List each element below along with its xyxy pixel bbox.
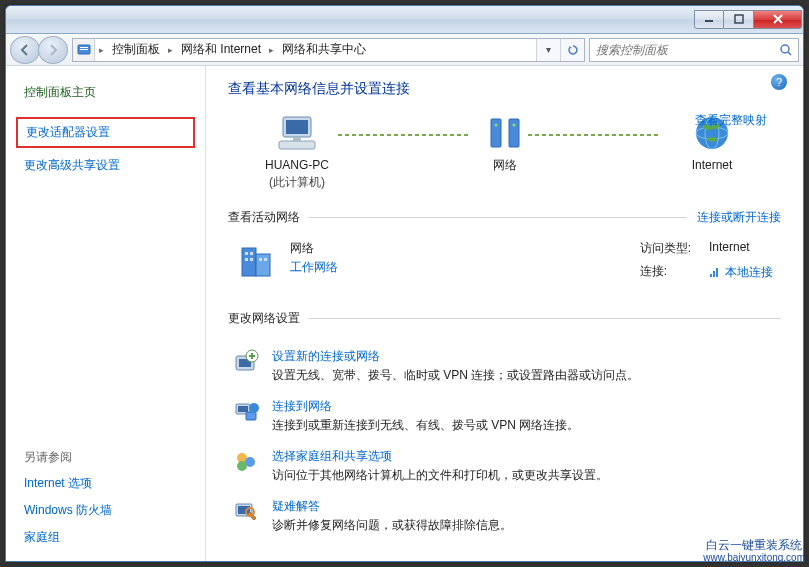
svg-line-6 <box>788 52 791 55</box>
control-panel-home-link[interactable]: 控制面板主页 <box>6 80 205 113</box>
svg-rect-19 <box>256 254 270 276</box>
search-box[interactable] <box>589 38 799 62</box>
svg-rect-33 <box>238 406 248 412</box>
search-icon[interactable] <box>772 39 798 61</box>
sidebar: 控制面板主页 更改适配器设置 更改高级共享设置 另请参阅 Internet 选项… <box>6 66 206 561</box>
navigation-bar: ▸ 控制面板 ▸ 网络和 Internet ▸ 网络和共享中心 ▾ <box>6 34 803 66</box>
computer-name-label: HUANG-PC <box>242 158 352 174</box>
svg-rect-26 <box>710 274 712 277</box>
svg-rect-20 <box>245 252 248 255</box>
svg-rect-12 <box>509 119 519 147</box>
help-icon[interactable]: ? <box>771 74 787 90</box>
chevron-icon[interactable]: ▸ <box>164 45 177 55</box>
svg-point-35 <box>249 403 259 413</box>
minimize-button[interactable] <box>694 10 724 29</box>
titlebar <box>6 6 803 34</box>
breadcrumb: ▸ 控制面板 ▸ 网络和 Internet ▸ 网络和共享中心 <box>95 39 536 61</box>
access-type-value: Internet <box>709 240 773 259</box>
task-item: 选择家庭组和共享选项访问位于其他网络计算机上的文件和打印机，或更改共享设置。 <box>228 441 781 491</box>
homegroup-link[interactable]: 家庭组 <box>6 524 205 551</box>
connections-label: 连接: <box>640 263 691 282</box>
windows-firewall-link[interactable]: Windows 防火墙 <box>6 497 205 524</box>
this-computer-node: HUANG-PC (此计算机) <box>242 112 352 191</box>
new-connection-icon <box>232 348 260 376</box>
connection-line <box>528 134 658 136</box>
svg-rect-22 <box>245 258 248 261</box>
svg-rect-11 <box>491 119 501 147</box>
svg-rect-24 <box>259 258 262 261</box>
change-adapter-settings-link[interactable]: 更改适配器设置 <box>16 117 195 148</box>
setup-new-connection-link[interactable]: 设置新的连接或网络 <box>272 348 639 365</box>
network-icon <box>450 112 560 154</box>
change-advanced-sharing-link[interactable]: 更改高级共享设置 <box>6 152 205 179</box>
view-full-map-link[interactable]: 查看完整映射 <box>695 112 767 129</box>
svg-point-13 <box>494 124 497 127</box>
svg-rect-3 <box>80 47 88 48</box>
svg-rect-4 <box>80 49 88 50</box>
chevron-icon[interactable]: ▸ <box>95 45 108 55</box>
task-description: 访问位于其他网络计算机上的文件和打印机，或更改共享设置。 <box>272 467 608 484</box>
local-connection-link[interactable]: 本地连接 <box>709 263 773 282</box>
svg-rect-27 <box>713 271 715 277</box>
svg-point-14 <box>512 124 515 127</box>
svg-rect-18 <box>242 248 256 276</box>
signal-icon <box>709 266 721 278</box>
breadcrumb-network-internet[interactable]: 网络和 Internet <box>177 39 265 61</box>
window-controls <box>694 11 802 29</box>
breadcrumb-sharing-center[interactable]: 网络和共享中心 <box>278 39 370 61</box>
internet-label: Internet <box>657 158 767 174</box>
search-input[interactable] <box>590 43 772 57</box>
network-label: 网络 <box>450 158 560 174</box>
change-network-settings-heading: 更改网络设置 <box>228 310 781 331</box>
main-panel: ? 查看基本网络信息并设置连接 查看完整映射 HUANG-PC (此计算机) <box>206 66 803 561</box>
connect-network-icon <box>232 398 260 426</box>
svg-rect-28 <box>716 268 718 277</box>
svg-rect-21 <box>250 252 253 255</box>
svg-rect-23 <box>250 258 253 261</box>
breadcrumb-control-panel[interactable]: 控制面板 <box>108 39 164 61</box>
troubleshoot-link[interactable]: 疑难解答 <box>272 498 512 515</box>
computer-icon <box>242 112 352 154</box>
active-network-name: 网络 <box>290 240 338 257</box>
page-title: 查看基本网络信息并设置连接 <box>228 80 781 98</box>
window: ▸ 控制面板 ▸ 网络和 Internet ▸ 网络和共享中心 ▾ 控制面板主页… <box>5 5 804 562</box>
forward-button[interactable] <box>38 36 68 64</box>
address-bar[interactable]: ▸ 控制面板 ▸ 网络和 Internet ▸ 网络和共享中心 ▾ <box>72 38 585 62</box>
svg-rect-8 <box>286 120 308 134</box>
refresh-button[interactable] <box>560 39 584 61</box>
task-item: 疑难解答诊断并修复网络问题，或获得故障排除信息。 <box>228 491 781 541</box>
svg-rect-34 <box>246 412 256 420</box>
maximize-button[interactable] <box>724 10 754 29</box>
connection-line <box>338 134 468 136</box>
network-building-icon <box>236 240 278 282</box>
active-network-row: 网络 工作网络 访问类型: Internet 连接: 本地连接 <box>228 230 781 292</box>
svg-point-38 <box>237 461 247 471</box>
svg-rect-10 <box>293 137 301 141</box>
connect-disconnect-link[interactable]: 连接或断开连接 <box>687 209 781 226</box>
chevron-icon[interactable]: ▸ <box>265 45 278 55</box>
homegroup-sharing-icon <box>232 448 260 476</box>
task-description: 设置无线、宽带、拨号、临时或 VPN 连接；或设置路由器或访问点。 <box>272 367 639 384</box>
network-type-link[interactable]: 工作网络 <box>290 259 338 276</box>
task-description: 连接到或重新连接到无线、有线、拨号或 VPN 网络连接。 <box>272 417 579 434</box>
connect-to-network-link[interactable]: 连接到网络 <box>272 398 579 415</box>
control-panel-icon <box>73 39 95 61</box>
svg-rect-9 <box>279 141 315 149</box>
task-description: 诊断并修复网络问题，或获得故障排除信息。 <box>272 517 512 534</box>
internet-options-link[interactable]: Internet 选项 <box>6 470 205 497</box>
close-button[interactable] <box>754 10 802 29</box>
back-button[interactable] <box>10 36 40 64</box>
network-node: 网络 <box>450 112 560 174</box>
task-list: 设置新的连接或网络设置无线、宽带、拨号、临时或 VPN 连接；或设置路由器或访问… <box>228 341 781 541</box>
network-map: 查看完整映射 HUANG-PC (此计算机) 网络 <box>228 112 781 191</box>
task-item: 设置新的连接或网络设置无线、宽带、拨号、临时或 VPN 连接；或设置路由器或访问… <box>228 341 781 391</box>
svg-rect-1 <box>735 15 743 23</box>
see-also-heading: 另请参阅 <box>6 443 205 470</box>
svg-rect-25 <box>264 258 267 261</box>
svg-rect-40 <box>238 506 250 514</box>
address-dropdown-button[interactable]: ▾ <box>536 39 560 61</box>
homegroup-sharing-link[interactable]: 选择家庭组和共享选项 <box>272 448 608 465</box>
task-item: 连接到网络连接到或重新连接到无线、有线、拨号或 VPN 网络连接。 <box>228 391 781 441</box>
svg-rect-0 <box>705 20 713 22</box>
svg-point-5 <box>781 45 789 53</box>
